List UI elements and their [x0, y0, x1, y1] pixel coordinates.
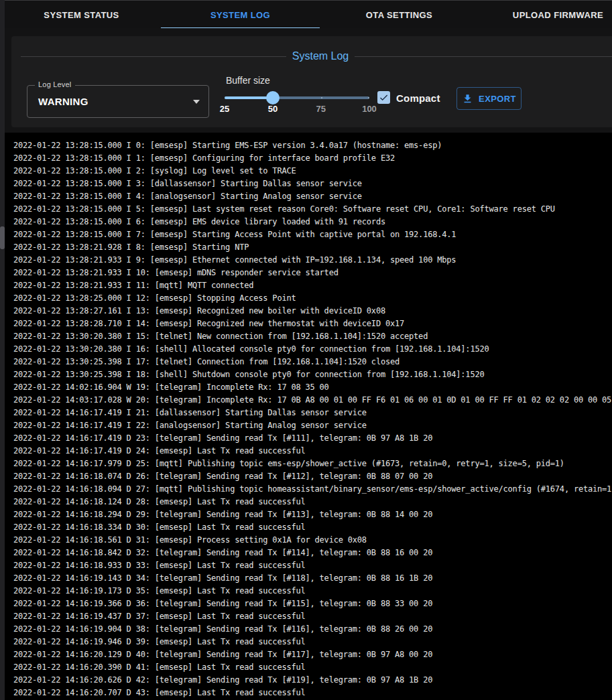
compact-label: Compact: [396, 92, 440, 104]
log-line: 2022-01-22 13:28:15.000 I 5: [emsesp] La…: [13, 203, 612, 216]
log-line: 2022-01-22 13:28:21.933 I 11: [mqtt] MQT…: [13, 279, 612, 292]
log-line: 2022-01-22 14:16:19.904 D 38: [telegram]…: [13, 623, 612, 636]
tab-system-log[interactable]: SYSTEM LOG: [161, 1, 320, 28]
page-title: System Log: [286, 50, 355, 62]
log-line: 2022-01-22 13:28:15.000 I 6: [emsesp] EM…: [13, 216, 612, 228]
system-log-page: SYSTEM STATUS SYSTEM LOG OTA SETTINGS UP…: [0, 0, 612, 700]
log-line: 2022-01-22 13:28:15.000 I 7: [emsesp] St…: [13, 228, 612, 241]
log-line: 2022-01-22 14:16:18.842 D 32: [telegram]…: [13, 547, 612, 559]
log-line: 2022-01-22 13:28:27.161 I 13: [emsesp] R…: [13, 305, 612, 318]
log-line: 2022-01-22 13:30:25.398 I 18: [shell] Sh…: [13, 368, 612, 381]
log-line: 2022-01-22 14:16:19.437 D 37: [emsesp] L…: [13, 610, 612, 623]
slider-mark-labels: 25 50 75 100: [225, 104, 369, 116]
log-line: 2022-01-22 13:28:21.928 I 8: [emsesp] St…: [13, 241, 612, 254]
compact-checkbox[interactable]: [377, 91, 390, 104]
log-line: 2022-01-22 14:16:17.419 D 24: [emsesp] L…: [13, 445, 612, 458]
log-line: 2022-01-22 14:16:18.294 D 29: [telegram]…: [13, 508, 612, 521]
log-line: 2022-01-22 14:16:20.129 D 40: [telegram]…: [13, 648, 612, 661]
slider-mark-25[interactable]: 25: [220, 104, 229, 114]
log-line: 2022-01-22 13:28:15.000 I 3: [dallassens…: [13, 178, 612, 190]
log-line: 2022-01-22 14:16:20.626 D 42: [telegram]…: [13, 674, 612, 687]
log-line: 2022-01-22 14:16:18.094 D 27: [mqtt] Pub…: [13, 483, 612, 496]
log-line: 2022-01-22 14:16:18.074 D 26: [telegram]…: [13, 470, 612, 483]
log-line: 2022-01-22 14:16:18.933 D 33: [emsesp] L…: [13, 559, 612, 572]
drawer-edge: [0, 0, 5, 700]
log-line: 2022-01-22 13:28:21.933 I 10: [emsesp] m…: [13, 267, 612, 279]
log-line: 2022-01-22 14:16:17.419 I 21: [dallassen…: [13, 407, 612, 419]
chevron-down-icon: [193, 100, 200, 104]
log-console[interactable]: 2022-01-22 13:28:15.000 I 0: [emsesp] St…: [5, 133, 612, 700]
log-line: 2022-01-22 13:28:15.000 I 4: [analogsens…: [13, 190, 612, 203]
log-line: 2022-01-22 14:16:18.124 D 28: [emsesp] L…: [13, 496, 612, 508]
log-line: 2022-01-22 14:02:16.904 W 19: [telegram]…: [13, 381, 612, 394]
tab-upload-firmware[interactable]: UPLOAD FIRMWARE: [479, 1, 612, 28]
export-button[interactable]: EXPORT: [456, 87, 522, 110]
log-line: 2022-01-22 13:30:25.398 I 17: [telnet] C…: [13, 356, 612, 368]
log-line: 2022-01-22 14:16:19.946 D 39: [emsesp] L…: [13, 636, 612, 648]
log-line: 2022-01-22 14:03:17.028 W 20: [telegram]…: [13, 394, 612, 407]
slider-mark-50[interactable]: 50: [268, 104, 278, 114]
tab-ota-settings[interactable]: OTA SETTINGS: [320, 1, 479, 28]
log-line: 2022-01-22 14:16:18.334 D 30: [emsesp] L…: [13, 521, 612, 534]
log-line: 2022-01-22 14:16:17.419 D 23: [telegram]…: [13, 432, 612, 445]
log-line: 2022-01-22 13:28:15.000 I 0: [emsesp] St…: [13, 139, 612, 152]
log-line: 2022-01-22 14:16:19.366 D 36: [telegram]…: [13, 598, 612, 610]
log-line: 2022-01-22 14:16:18.561 D 31: [emsesp] P…: [13, 534, 612, 547]
log-line: 2022-01-22 14:16:19.143 D 34: [telegram]…: [13, 572, 612, 585]
tab-row: SYSTEM STATUS SYSTEM LOG OTA SETTINGS UP…: [5, 1, 612, 28]
log-level-value: WARNING: [38, 86, 88, 117]
system-log-panel: System Log Log Level WARNING Buffer size…: [11, 36, 612, 127]
drawer-scrollbar-thumb[interactable]: [0, 226, 5, 249]
log-level-select[interactable]: Log Level WARNING: [27, 85, 209, 118]
buffer-size-slider[interactable]: [225, 96, 369, 99]
panel-legend: System Log: [11, 36, 612, 62]
slider-mark-75[interactable]: 75: [316, 104, 326, 114]
checkmark-icon: [379, 92, 389, 102]
log-line: 2022-01-22 14:16:20.390 D 41: [emsesp] L…: [13, 661, 612, 674]
log-line: 2022-01-22 13:28:25.000 I 12: [emsesp] S…: [13, 292, 612, 305]
log-line: 2022-01-22 13:30:20.380 I 15: [telnet] N…: [13, 330, 612, 343]
log-line: 2022-01-22 14:16:20.707 D 43: [emsesp] L…: [13, 687, 612, 699]
log-line: 2022-01-22 13:28:15.000 I 1: [emsesp] Co…: [13, 152, 612, 165]
log-line: 2022-01-22 14:16:17.419 I 22: [analogsen…: [13, 419, 612, 432]
export-button-label: EXPORT: [479, 94, 516, 104]
log-line: 2022-01-22 13:28:21.933 I 9: [emsesp] Et…: [13, 254, 612, 267]
slider-mark-100[interactable]: 100: [362, 104, 377, 114]
tab-bar: SYSTEM STATUS SYSTEM LOG OTA SETTINGS UP…: [5, 0, 612, 28]
slider-thumb[interactable]: [266, 91, 280, 104]
log-line: 2022-01-22 14:16:17.979 D 25: [mqtt] Pub…: [13, 458, 612, 470]
log-line: 2022-01-22 13:28:28.710 I 14: [emsesp] R…: [13, 318, 612, 330]
download-icon: [462, 93, 473, 104]
slider-mark-dot: [368, 97, 369, 98]
slider-mark-dot: [321, 97, 322, 98]
tab-system-status[interactable]: SYSTEM STATUS: [5, 1, 161, 28]
buffer-size-label: Buffer size: [226, 75, 270, 86]
log-line: 2022-01-22 13:30:20.380 I 16: [shell] Al…: [13, 343, 612, 356]
log-line: 2022-01-22 14:16:19.173 D 35: [emsesp] L…: [13, 585, 612, 598]
log-line: 2022-01-22 13:28:15.000 I 2: [syslog] Lo…: [13, 165, 612, 178]
